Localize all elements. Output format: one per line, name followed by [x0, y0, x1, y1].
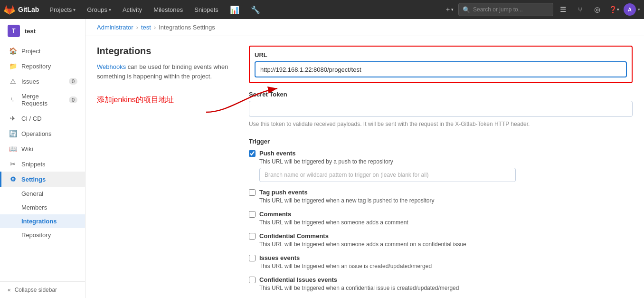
- breadcrumb-test[interactable]: test: [141, 24, 151, 31]
- merge-request-button[interactable]: ⑂: [572, 2, 587, 17]
- webhooks-link[interactable]: Webhooks: [97, 63, 126, 70]
- nav-chart-icon-btn[interactable]: 📊: [225, 0, 244, 19]
- page-title: Integrations: [97, 46, 230, 57]
- confidential-comments-checkbox[interactable]: [249, 233, 256, 240]
- nav-groups[interactable]: Groups ▾: [82, 0, 116, 19]
- trigger-tag-push-header: Tag push events: [249, 189, 633, 196]
- todo-button[interactable]: ☰: [555, 2, 570, 17]
- sidebar-item-snippets[interactable]: ✂ Snippets: [0, 156, 85, 172]
- main-layout: T test 🏠 Project 📁 Repository ⚠ Issues 0…: [0, 19, 644, 298]
- plus-icon: ＋: [445, 5, 451, 14]
- tag-push-label[interactable]: Tag push events: [259, 189, 308, 196]
- nav-milestones[interactable]: Milestones: [149, 0, 188, 19]
- url-label: URL: [255, 51, 627, 58]
- avatar-chevron-icon: ▾: [638, 7, 640, 12]
- sidebar-item-project-label: Project: [21, 48, 40, 55]
- url-input[interactable]: [255, 61, 627, 77]
- plus-button[interactable]: ＋ ▾: [441, 2, 456, 17]
- sidebar-sub-item-integrations[interactable]: Integrations: [0, 214, 85, 228]
- collapse-sidebar-button[interactable]: « Collapse sidebar: [0, 281, 85, 298]
- sidebar: T test 🏠 Project 📁 Repository ⚠ Issues 0…: [0, 19, 85, 298]
- trigger-issues-events: Issues events This URL will be triggered…: [249, 254, 633, 269]
- comments-label[interactable]: Comments: [259, 211, 291, 218]
- issues-icon: ◎: [594, 5, 600, 14]
- brand-logo[interactable]: GitLab: [4, 4, 39, 15]
- sidebar-item-merge-requests[interactable]: ⑂ Merge Requests 0: [0, 89, 85, 111]
- nav-snippets[interactable]: Snippets: [189, 0, 223, 19]
- secret-token-input[interactable]: [249, 101, 633, 117]
- trigger-confidential-comments-header: Confidential Comments: [249, 232, 633, 240]
- trigger-label: Trigger: [249, 138, 633, 145]
- sidebar-sub-general-label: General: [21, 190, 43, 197]
- push-events-checkbox[interactable]: [249, 150, 256, 157]
- confidential-comments-label[interactable]: Confidential Comments: [259, 232, 329, 240]
- snippets-icon: ✂: [9, 160, 17, 168]
- breadcrumb: Administrator › test › Integrations Sett…: [85, 19, 644, 36]
- sidebar-item-settings-label: Settings: [21, 176, 46, 183]
- chevron-left-icon: «: [8, 287, 11, 293]
- avatar[interactable]: A: [624, 3, 636, 16]
- nav-activity[interactable]: Activity: [118, 0, 147, 19]
- push-events-label[interactable]: Push events: [259, 150, 296, 157]
- issues-events-checkbox[interactable]: [249, 255, 256, 261]
- brand-name: GitLab: [18, 6, 39, 13]
- issues-badge: 0: [69, 78, 77, 85]
- nav-groups-label: Groups: [87, 6, 107, 13]
- sidebar-item-snippets-label: Snippets: [21, 161, 46, 168]
- issues-nav-icon: ⚠: [9, 77, 17, 85]
- sidebar-sub-item-repository[interactable]: Repository: [0, 228, 85, 242]
- annotation-text: 添加jenkins的项目地址: [97, 95, 230, 105]
- plus-chevron-icon: ▾: [451, 7, 454, 12]
- issues-button[interactable]: ◎: [589, 2, 605, 17]
- sidebar-item-repository-label: Repository: [21, 63, 51, 70]
- search-input[interactable]: [473, 6, 549, 13]
- push-events-branch-input[interactable]: [259, 168, 516, 182]
- trigger-confidential-issues: Confidential Issues events This URL will…: [249, 276, 633, 291]
- confidential-issues-checkbox[interactable]: [249, 277, 256, 283]
- sidebar-project-name: test: [25, 28, 36, 35]
- home-icon: 🏠: [9, 47, 17, 55]
- sidebar-item-cicd[interactable]: ✈ CI / CD: [0, 111, 85, 126]
- operations-icon: 🔄: [9, 130, 17, 137]
- sidebar-item-project[interactable]: 🏠 Project: [0, 43, 85, 58]
- nav-wrench-icon-btn[interactable]: 🔧: [246, 0, 265, 19]
- help-button[interactable]: ❓ ▾: [606, 2, 622, 17]
- sidebar-item-issues[interactable]: ⚠ Issues 0: [0, 74, 85, 89]
- collapse-sidebar-label: Collapse sidebar: [15, 287, 57, 293]
- sidebar-sub-item-general[interactable]: General: [0, 187, 85, 201]
- sidebar-sub-integrations-label: Integrations: [21, 218, 57, 225]
- confidential-comments-desc: This URL will be triggered when someone …: [249, 241, 633, 248]
- repository-icon: 📁: [9, 62, 17, 70]
- trigger-comments-header: Comments: [249, 211, 633, 218]
- confidential-issues-desc: This URL will be triggered when a confid…: [249, 285, 633, 291]
- sidebar-item-wiki[interactable]: 📖 Wiki: [0, 141, 85, 156]
- content-body: Integrations Webhooks can be used for bi…: [85, 36, 644, 298]
- nav-projects[interactable]: Projects ▾: [45, 0, 80, 19]
- chevron-down-icon: ▾: [109, 7, 111, 12]
- content-right: URL Secret Token Use this token to valid…: [249, 46, 633, 298]
- sidebar-item-repository[interactable]: 📁 Repository: [0, 58, 85, 74]
- sidebar-item-issues-label: Issues: [21, 78, 39, 85]
- sidebar-sub-item-members[interactable]: Members: [0, 201, 85, 214]
- sidebar-project-avatar: T: [8, 25, 20, 37]
- breadcrumb-admin[interactable]: Administrator: [97, 24, 133, 31]
- search-bar[interactable]: 🔍: [458, 3, 553, 16]
- sidebar-item-merge-label: Merge Requests: [21, 93, 64, 107]
- content-description: Webhooks can be used for binding events …: [97, 62, 230, 81]
- issues-events-label[interactable]: Issues events: [259, 254, 300, 261]
- confidential-issues-label[interactable]: Confidential Issues events: [259, 276, 337, 283]
- breadcrumb-current: Integrations Settings: [159, 24, 215, 31]
- trigger-tag-push: Tag push events This URL will be trigger…: [249, 189, 633, 204]
- sidebar-item-operations[interactable]: 🔄 Operations: [0, 126, 85, 141]
- trigger-issues-events-header: Issues events: [249, 254, 633, 261]
- sidebar-sub-members-label: Members: [21, 204, 47, 211]
- sidebar-item-settings[interactable]: ⚙ Settings: [0, 172, 85, 187]
- navbar: GitLab Projects ▾ Groups ▾ Activity Mile…: [0, 0, 644, 19]
- sidebar-header: T test: [0, 19, 85, 43]
- sidebar-sub-repository-label: Repository: [21, 231, 51, 239]
- merge-badge: 0: [69, 96, 77, 103]
- tag-push-checkbox[interactable]: [249, 189, 256, 196]
- trigger-confidential-issues-header: Confidential Issues events: [249, 276, 633, 283]
- comments-checkbox[interactable]: [249, 211, 256, 218]
- url-box: URL: [249, 46, 633, 83]
